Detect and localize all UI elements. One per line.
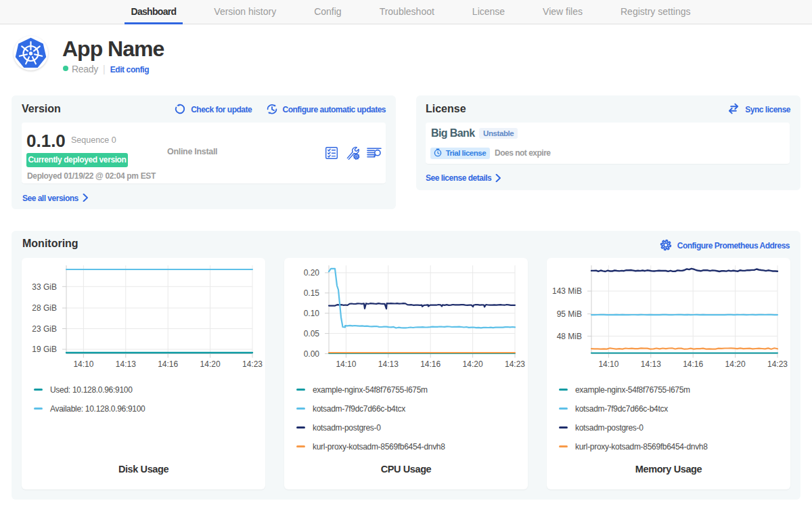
- svg-text:95 MiB: 95 MiB: [557, 309, 582, 319]
- svg-text:14:16: 14:16: [420, 359, 441, 369]
- svg-text:14:13: 14:13: [116, 359, 136, 369]
- svg-text:14:16: 14:16: [158, 359, 178, 369]
- svg-text:14:10: 14:10: [73, 359, 93, 369]
- svg-text:14:10: 14:10: [598, 359, 618, 369]
- svg-text:0.20: 0.20: [304, 268, 320, 278]
- svg-text:14:13: 14:13: [378, 359, 399, 369]
- svg-text:143 MiB: 143 MiB: [552, 286, 582, 296]
- svg-text:0.15: 0.15: [304, 288, 320, 298]
- svg-text:14:13: 14:13: [641, 359, 661, 369]
- svg-text:0.05: 0.05: [304, 329, 320, 338]
- svg-text:14:23: 14:23: [242, 359, 263, 369]
- svg-text:14:20: 14:20: [200, 359, 221, 369]
- svg-text:0.10: 0.10: [304, 309, 320, 318]
- svg-text:14:16: 14:16: [683, 359, 703, 369]
- svg-text:14:23: 14:23: [767, 359, 788, 369]
- svg-text:14:20: 14:20: [725, 359, 746, 369]
- svg-text:0.00: 0.00: [304, 349, 320, 359]
- svg-text:33 GiB: 33 GiB: [32, 282, 57, 292]
- svg-text:14:20: 14:20: [463, 359, 483, 369]
- svg-text:28 GiB: 28 GiB: [32, 303, 57, 313]
- svg-text:19 GiB: 19 GiB: [32, 345, 57, 354]
- svg-text:14:10: 14:10: [336, 359, 356, 369]
- svg-text:14:23: 14:23: [505, 359, 525, 369]
- svg-text:48 MiB: 48 MiB: [557, 332, 582, 341]
- svg-text:23 GiB: 23 GiB: [32, 324, 57, 334]
